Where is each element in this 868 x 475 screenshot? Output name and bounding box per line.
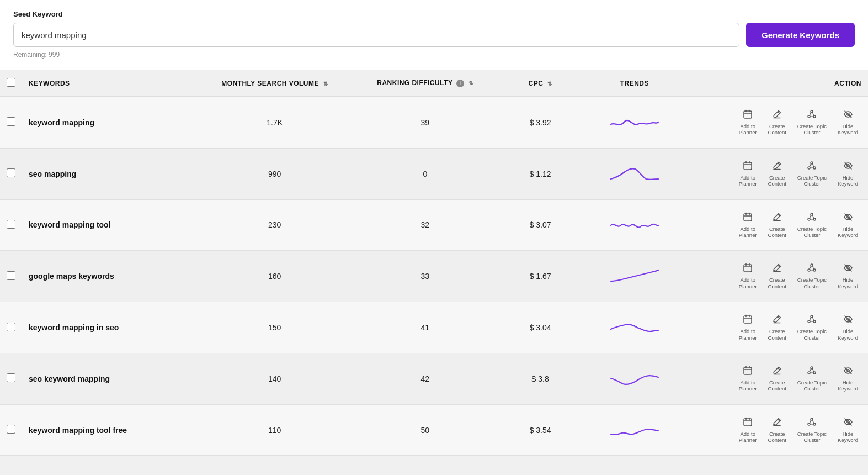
keyword-name-3: google maps keywords bbox=[29, 272, 114, 281]
create-topic-cluster-button-row3[interactable]: Create TopicCluster bbox=[794, 261, 830, 292]
add-to-planner-button-row5[interactable]: Add toPlanner bbox=[736, 363, 760, 394]
table-row: keyword mapping tool free 110 50 $ 3.54 … bbox=[0, 404, 868, 456]
difficulty-value-6: 50 bbox=[421, 426, 430, 435]
create-topic-cluster-button-row1[interactable]: Create TopicCluster bbox=[794, 159, 830, 189]
add-to-planner-button-row1[interactable]: Add toPlanner bbox=[736, 159, 760, 189]
row-checkbox-5[interactable] bbox=[7, 373, 15, 382]
difficulty-cell-0: 39 bbox=[353, 97, 497, 148]
keyword-cell-6: keyword mapping tool free bbox=[22, 404, 196, 456]
hide-keyword-button-row6[interactable]: HideKeyword bbox=[834, 415, 861, 446]
create-content-button-label-row3: CreateContent bbox=[768, 277, 786, 289]
hide-keyword-button-row5[interactable]: HideKeyword bbox=[834, 363, 861, 394]
row-checkbox-6[interactable] bbox=[7, 425, 15, 434]
add-to-planner-button-row2[interactable]: Add toPlanner bbox=[736, 210, 760, 241]
keyword-cell-5: seo keyword mapping bbox=[22, 353, 196, 404]
col-header-trends: TRENDS bbox=[584, 70, 685, 97]
keyword-cell-3: google maps keywords bbox=[22, 251, 196, 302]
col-header-keywords: KEYWORDS bbox=[22, 70, 196, 97]
create-content-button-row0[interactable]: CreateContent bbox=[765, 107, 790, 138]
seed-section: Seed Keyword Generate Keywords Remaining… bbox=[0, 0, 868, 70]
trends-cell-4 bbox=[584, 302, 685, 353]
create-content-button-row6[interactable]: CreateContent bbox=[765, 415, 790, 446]
create-content-button-label-row1: CreateContent bbox=[768, 175, 786, 187]
svg-rect-42 bbox=[744, 265, 752, 272]
hide-keyword-button-label-row5: HideKeyword bbox=[838, 379, 858, 392]
row-checkbox-4[interactable] bbox=[7, 323, 15, 331]
select-all-checkbox[interactable] bbox=[7, 78, 15, 87]
create-content-button-icon-row0 bbox=[772, 109, 782, 122]
create-topic-cluster-button-row4[interactable]: Create TopicCluster bbox=[794, 312, 830, 343]
volume-value-2: 230 bbox=[268, 220, 281, 229]
hide-keyword-button-icon-row2 bbox=[843, 212, 853, 224]
svg-line-9 bbox=[810, 113, 811, 115]
svg-rect-0 bbox=[744, 111, 752, 118]
create-topic-cluster-button-row2[interactable]: Create TopicCluster bbox=[794, 210, 830, 241]
hide-keyword-button-icon-row3 bbox=[843, 263, 853, 275]
svg-line-80 bbox=[813, 369, 814, 372]
create-topic-cluster-button-label-row6: Create TopicCluster bbox=[797, 431, 827, 444]
create-content-button-row4[interactable]: CreateContent bbox=[765, 312, 790, 343]
create-content-button-row1[interactable]: CreateContent bbox=[765, 159, 790, 189]
add-to-planner-button-row0[interactable]: Add toPlanner bbox=[736, 107, 760, 138]
col-header-volume[interactable]: MONTHLY SEARCH VOLUME ⇅ bbox=[196, 70, 353, 97]
svg-line-24 bbox=[813, 164, 814, 167]
row-checkbox-1[interactable] bbox=[7, 168, 15, 177]
create-topic-cluster-button-row6[interactable]: Create TopicCluster bbox=[794, 415, 830, 446]
action-group-6: Add toPlanner CreateContent Create Topic… bbox=[692, 415, 861, 446]
svg-line-23 bbox=[810, 164, 811, 167]
volume-value-4: 150 bbox=[268, 323, 281, 332]
cpc-value-1: $ 1.12 bbox=[530, 170, 551, 178]
hide-keyword-button-row1[interactable]: HideKeyword bbox=[834, 159, 861, 189]
hide-keyword-button-row0[interactable]: HideKeyword bbox=[834, 107, 861, 138]
table-row: keyword mapping in seo 150 41 $ 3.04 Add… bbox=[0, 302, 868, 353]
row-checkbox-cell bbox=[0, 199, 22, 251]
create-content-button-row3[interactable]: CreateContent bbox=[765, 261, 790, 292]
difficulty-value-3: 33 bbox=[421, 272, 430, 281]
create-topic-cluster-button-row0[interactable]: Create TopicCluster bbox=[794, 107, 830, 138]
create-content-button-label-row5: CreateContent bbox=[768, 379, 786, 392]
hide-keyword-button-row4[interactable]: HideKeyword bbox=[834, 312, 861, 343]
action-group-4: Add toPlanner CreateContent Create Topic… bbox=[692, 312, 861, 343]
generate-keywords-button[interactable]: Generate Keywords bbox=[746, 23, 855, 47]
add-to-planner-button-icon-row6 bbox=[743, 417, 753, 429]
difficulty-cell-3: 33 bbox=[353, 251, 497, 302]
create-content-button-row2[interactable]: CreateContent bbox=[765, 210, 790, 241]
table-row: seo mapping 990 0 $ 1.12 Add toPlanner C… bbox=[0, 148, 868, 199]
trends-cell-5 bbox=[584, 353, 685, 404]
difficulty-value-4: 41 bbox=[421, 323, 430, 332]
hide-keyword-button-row2[interactable]: HideKeyword bbox=[834, 210, 861, 241]
keywords-table: KEYWORDS MONTHLY SEARCH VOLUME ⇅ RANKING… bbox=[0, 70, 868, 456]
create-content-button-row5[interactable]: CreateContent bbox=[765, 363, 790, 394]
keyword-name-0: keyword mapping bbox=[29, 118, 94, 127]
add-to-planner-button-label-row5: Add toPlanner bbox=[739, 379, 757, 392]
create-content-button-icon-row2 bbox=[772, 212, 782, 224]
action-cell-6: Add toPlanner CreateContent Create Topic… bbox=[685, 404, 868, 456]
add-to-planner-button-label-row0: Add toPlanner bbox=[739, 123, 757, 136]
row-checkbox-3[interactable] bbox=[7, 271, 15, 280]
create-topic-cluster-button-label-row4: Create TopicCluster bbox=[797, 328, 827, 341]
col-header-difficulty[interactable]: RANKING DIFFICULTY i ⇅ bbox=[353, 70, 497, 97]
row-checkbox-2[interactable] bbox=[7, 220, 15, 229]
hide-keyword-button-label-row6: HideKeyword bbox=[838, 431, 858, 444]
col-header-cpc[interactable]: CPC ⇅ bbox=[497, 70, 584, 97]
add-to-planner-button-label-row4: Add toPlanner bbox=[739, 328, 757, 341]
select-all-header bbox=[0, 70, 22, 97]
action-cell-0: Add toPlanner CreateContent Create Topic… bbox=[685, 97, 868, 148]
row-checkbox-0[interactable] bbox=[7, 117, 15, 126]
svg-line-37 bbox=[810, 215, 811, 218]
hide-keyword-button-row3[interactable]: HideKeyword bbox=[834, 261, 861, 292]
create-topic-cluster-button-row5[interactable]: Create TopicCluster bbox=[794, 363, 830, 394]
add-to-planner-button-row3[interactable]: Add toPlanner bbox=[736, 261, 760, 292]
action-group-5: Add toPlanner CreateContent Create Topic… bbox=[692, 363, 861, 394]
add-to-planner-button-row6[interactable]: Add toPlanner bbox=[736, 415, 760, 446]
hide-keyword-button-label-row2: HideKeyword bbox=[838, 226, 858, 239]
seed-keyword-input[interactable] bbox=[13, 23, 739, 47]
hide-keyword-button-label-row1: HideKeyword bbox=[838, 175, 858, 187]
add-to-planner-button-row4[interactable]: Add toPlanner bbox=[736, 312, 760, 343]
add-to-planner-button-label-row3: Add toPlanner bbox=[739, 277, 757, 289]
create-topic-cluster-button-icon-row1 bbox=[807, 161, 817, 173]
add-to-planner-button-icon-row0 bbox=[743, 109, 753, 122]
create-topic-cluster-button-icon-row6 bbox=[807, 417, 817, 429]
difficulty-value-0: 39 bbox=[421, 118, 430, 127]
difficulty-info-icon[interactable]: i bbox=[456, 80, 464, 87]
